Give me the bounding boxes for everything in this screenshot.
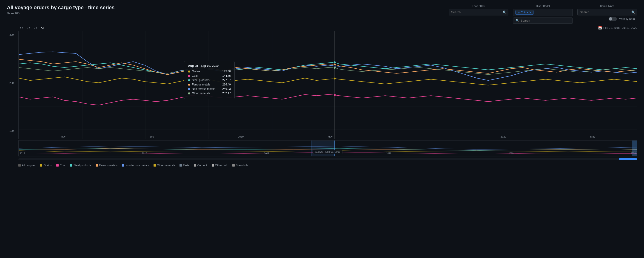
china-tag: ⊘ China ✕ (516, 10, 534, 15)
time-btn-5y[interactable]: 5Y (18, 26, 24, 30)
tooltip-left-coal: Coal (188, 74, 198, 77)
svg-point-16 (334, 63, 336, 66)
legend-item-minerals[interactable]: Other minerals (154, 164, 175, 167)
x-label-2019: 2019 (238, 135, 244, 138)
tooltip-value-steel: 227.37 (222, 79, 231, 82)
weekly-label: Weekly Data (619, 17, 635, 21)
tooltip-name-minerals: Other minerals (192, 92, 210, 95)
legend-dot-cement (194, 164, 196, 167)
mini-x-2017: 2017 (264, 152, 269, 155)
tooltip-value-coal: 144.75 (222, 74, 231, 77)
scrollbar-thumb[interactable] (619, 158, 637, 160)
tooltip-row-steel: Steel products 227.37 (188, 79, 231, 82)
tooltip-row-ferrous: Ferrous metals 216.49 (188, 83, 231, 86)
tooltip-left-grains: Grains (188, 70, 200, 73)
tooltip-name-steel: Steel products (192, 79, 210, 82)
legend-item-grains[interactable]: Grains (40, 164, 52, 167)
legend-item-cement[interactable]: Cement (194, 164, 207, 167)
mini-x-2018: 2018 (386, 152, 392, 155)
x-axis-labels: May Sep 2019 May 2020 May (18, 135, 637, 138)
tooltip-row-coal: Coal 144.75 (188, 74, 231, 77)
disc-sub-search-icon: 🔍 (516, 19, 519, 22)
y-label-200: 200 (10, 82, 14, 84)
legend-item-ferts[interactable]: Ferts (180, 164, 189, 167)
disc-filter-box: ⊘ China ✕ (513, 9, 573, 16)
legend-dot-breakbulk (232, 164, 235, 167)
mini-x-2016: 2016 (142, 152, 147, 155)
load-search-input[interactable] (449, 9, 508, 16)
cargo-search-input[interactable] (577, 9, 637, 16)
legend-dot-grains (40, 164, 42, 167)
y-label-300: 300 (10, 33, 14, 36)
mini-x-2015: 2015 (20, 152, 25, 155)
legend-item-nonferrous[interactable]: Non ferrous metals (122, 164, 149, 167)
mini-x-2020: 2020 (631, 152, 636, 155)
title-section: All voyage orders by cargo type - time s… (7, 5, 114, 15)
tooltip-row-grains: Grains 175.38 (188, 70, 231, 73)
toggle-knob (609, 17, 612, 21)
legend-dot-all-cargoes (18, 164, 21, 167)
chart-wrapper: 300 200 100 (7, 31, 637, 160)
tooltip-dot-coal (188, 75, 190, 77)
tooltip-name-nonferrous: Non ferrous metals (192, 87, 215, 90)
legend-row: All cargoes Grains Coal Steel products F… (7, 162, 637, 168)
date-range-text: Feb 21, 2018 - Jul 12, 2020 (603, 26, 637, 30)
disc-sub-search-input[interactable] (520, 19, 566, 22)
y-axis: 300 200 100 (10, 33, 14, 132)
legend-dot-other-bulk (212, 164, 214, 167)
legend-item-coal[interactable]: Coal (56, 164, 66, 167)
load-deli-label: Load / Deli (449, 5, 508, 7)
china-tag-label: China (521, 11, 528, 14)
weekly-toggle[interactable] (608, 17, 617, 21)
x-label-sep: Sep (150, 135, 154, 138)
china-close-button[interactable]: ✕ (529, 11, 532, 14)
legend-label-ferts: Ferts (183, 164, 189, 167)
legend-dot-coal (56, 164, 58, 167)
disc-redel-label: Disc / Redel (513, 5, 573, 7)
tooltip-dot-nonferrous (188, 88, 190, 90)
chart-title: All voyage orders by cargo type - time s… (7, 5, 114, 11)
legend-item-breakbulk[interactable]: Breakbulk (232, 164, 248, 167)
legend-item-other-bulk[interactable]: Other bulk (212, 164, 228, 167)
legend-label-nonferrous: Non ferrous metals (126, 164, 149, 167)
load-search-wrapper: 🔍 (449, 9, 508, 16)
main-chart-area[interactable]: 300 200 100 (18, 31, 637, 139)
tooltip-row-minerals: Other minerals 232.17 (188, 92, 231, 95)
cargo-search-wrapper: 🔍 (577, 9, 637, 16)
legend-dot-ferts (180, 164, 182, 167)
tooltip-value-nonferrous: 246.93 (222, 87, 231, 90)
tooltip-dot-grains (188, 70, 190, 73)
tooltip-dot-ferrous (188, 84, 190, 86)
cargo-types-group: Cargo Types 🔍 (577, 5, 637, 16)
china-tag-icon: ⊘ (518, 11, 520, 14)
legend-item-steel[interactable]: Steel products (70, 164, 91, 167)
legend-label-grains: Grains (44, 164, 52, 167)
tooltip-box: Aug 28 - Sep 02, 2019 Grains 175.38 Coal… (184, 61, 235, 99)
legend-label-cement: Cement (198, 164, 207, 167)
tooltip-dot-steel (188, 79, 190, 81)
load-search-icon: 🔍 (503, 10, 506, 14)
legend-label-steel: Steel products (73, 164, 91, 167)
tooltip-dot-minerals (188, 92, 190, 94)
date-range-display: 📅 Feb 21, 2018 - Jul 12, 2020 (598, 26, 637, 30)
legend-label-coal: Coal (60, 164, 66, 167)
mini-chart[interactable]: 2015 2016 2017 2018 2019 2020 Aug 28 - S… (18, 140, 637, 156)
disc-sub-search: 🔍 (513, 18, 573, 24)
tooltip-name-coal: Coal (192, 74, 198, 77)
legend-label-ferrous: Ferrous metals (99, 164, 118, 167)
mini-x-2019: 2019 (508, 152, 514, 155)
legend-label-minerals: Other minerals (157, 164, 175, 167)
scrollbar[interactable] (18, 158, 637, 160)
tooltip-row-nonferrous: Non ferrous metals 246.93 (188, 87, 231, 90)
x-label-2020: 2020 (500, 135, 506, 138)
time-btn-all[interactable]: All (40, 26, 45, 30)
time-btn-3y[interactable]: 3Y (26, 26, 32, 30)
chart-subtitle: Base 100 (7, 12, 114, 15)
legend-item-ferrous[interactable]: Ferrous metals (96, 164, 118, 167)
time-buttons: 5Y 3Y 2Y All (18, 26, 45, 30)
calendar-icon: 📅 (598, 26, 602, 30)
legend-item-all-cargoes[interactable]: All cargoes (18, 164, 36, 167)
chart-svg (18, 31, 637, 139)
time-btn-2y[interactable]: 2Y (32, 26, 38, 30)
mini-tooltip: Aug 28 - Sep 01, 2019 (313, 150, 342, 154)
